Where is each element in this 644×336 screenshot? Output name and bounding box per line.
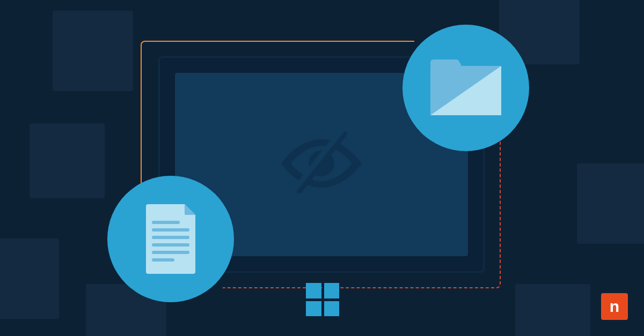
bg-tile <box>53 11 133 91</box>
windows-tile <box>306 283 321 298</box>
windows-tile <box>324 301 340 317</box>
hidden-eye-icon <box>265 107 378 222</box>
windows-tile <box>324 283 340 298</box>
folder-icon <box>428 58 503 117</box>
bg-tile <box>515 284 590 336</box>
brand-logo: n <box>601 293 628 320</box>
bg-tile <box>0 238 59 319</box>
bg-tile <box>30 123 105 198</box>
windows-tile <box>306 301 321 317</box>
brand-letter: n <box>610 297 619 316</box>
bg-tile <box>577 163 644 244</box>
windows-icon <box>306 283 339 316</box>
document-badge <box>107 176 234 302</box>
document-icon <box>143 203 199 275</box>
folder-badge <box>402 25 529 151</box>
